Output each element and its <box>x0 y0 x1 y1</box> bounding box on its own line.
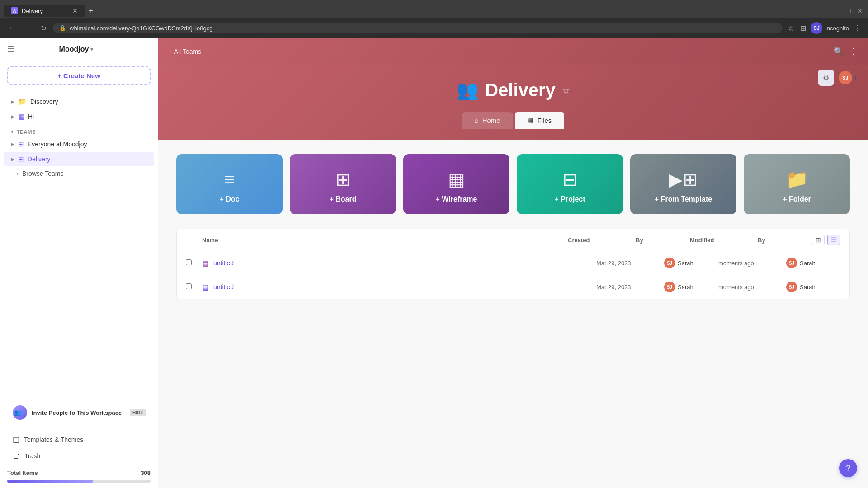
extensions-btn[interactable]: ⊞ <box>798 22 808 34</box>
sidebar-item-hi[interactable]: ▶ ▦ Hi <box>4 109 154 124</box>
sidebar-bottom-links: ◫ Templates & Themes 🗑 Trash <box>0 432 158 464</box>
active-tab[interactable]: W Delivery ✕ <box>4 5 85 17</box>
teams-section-label: ▾ TEAMS <box>0 124 158 136</box>
tab-close-btn[interactable]: ✕ <box>72 7 78 14</box>
row1-modified-by: SJ Sarah <box>786 258 840 268</box>
member-avatar: SJ <box>839 71 852 84</box>
address-bar[interactable]: 🔒 whimsical.com/delivery-Qo1GKCGwdDSm2dX… <box>53 23 782 33</box>
files-top-controls: ⚙ SJ 1 <box>818 70 857 86</box>
bookmark-btn[interactable]: ☆ <box>786 22 796 34</box>
more-options-button[interactable]: ⋮ <box>849 47 857 56</box>
row1-created: Mar 29, 2023 <box>596 260 664 267</box>
incognito-label: Incognito <box>825 25 849 32</box>
window-close[interactable]: ✕ <box>857 7 863 14</box>
row2-name-col: ▦ untitled <box>202 283 596 291</box>
sidebar-header: ☰ Moodjoy ▾ <box>0 38 158 61</box>
files-tab-label: Files <box>538 117 552 124</box>
hero-content: 👥 Delivery ☆ ⚙ SJ 1 ⌂ Home <box>158 65 868 140</box>
invite-button[interactable]: 👥+ Invite People to This Workspace HIDE <box>7 401 151 424</box>
grid-view-btn[interactable]: ⊞ <box>812 235 825 245</box>
row2-avatar: SJ <box>664 282 675 292</box>
browse-teams-label: Browse Teams <box>22 170 64 177</box>
hero-section: ‹ All Teams 🔍 ⋮ 👥 Delivery ☆ ⚙ <box>158 38 868 140</box>
member-count-area: SJ 1 <box>839 71 857 84</box>
browser-tab-bar: W Delivery ✕ + ─ □ ✕ <box>0 0 868 18</box>
sidebar-item-browse-teams[interactable]: ◦ Browse Teams <box>4 167 154 180</box>
delivery-team-icon: ⊞ <box>18 155 24 163</box>
browser-more-btn[interactable]: ⋮ <box>852 22 863 34</box>
row1-author: Sarah <box>678 260 693 267</box>
sidebar: ☰ Moodjoy ▾ + Create New ▶ 📁 Discovery ▶… <box>0 38 158 488</box>
create-new-button[interactable]: + Create New <box>7 66 151 85</box>
star-button[interactable]: ☆ <box>562 85 570 96</box>
view-toggle: ⊞ ☰ <box>812 235 840 245</box>
invite-label: Invite People to This Workspace <box>32 409 122 416</box>
row2-created: Mar 29, 2023 <box>596 284 664 291</box>
trash-label: Trash <box>24 452 40 460</box>
doc-card-icon: ≡ <box>224 169 235 190</box>
template-card-icon: ▶⊞ <box>669 169 698 190</box>
folder-card-icon: 📁 <box>786 169 808 190</box>
home-tab-label: Home <box>482 117 500 124</box>
search-button[interactable]: 🔍 <box>834 47 844 56</box>
trash-icon: 🗑 <box>13 452 20 460</box>
sidebar-item-templates[interactable]: ◫ Templates & Themes <box>7 432 151 447</box>
browser-toolbar: ← → ↻ 🔒 whimsical.com/delivery-Qo1GKCGwd… <box>0 18 868 38</box>
row1-name-col: ▦ untitled <box>202 259 596 267</box>
action-card-board[interactable]: ⊞ + Board <box>290 154 396 214</box>
sidebar-item-trash[interactable]: 🗑 Trash <box>7 448 151 464</box>
project-card-icon: ⊟ <box>562 169 578 190</box>
action-card-wireframe[interactable]: ▦ + Wireframe <box>403 154 509 214</box>
everyone-chevron-icon: ▶ <box>11 141 14 147</box>
discovery-label: Discovery <box>30 98 58 105</box>
total-items-label: Total Items 308 <box>7 469 151 476</box>
list-view-btn[interactable]: ☰ <box>827 235 840 245</box>
row1-modified-author: Sarah <box>800 260 816 267</box>
profile-badge[interactable]: SJ <box>811 22 822 34</box>
tab-favicon: W <box>11 7 18 14</box>
window-minimize[interactable]: ─ <box>844 7 848 14</box>
forward-btn[interactable]: → <box>22 22 34 34</box>
row2-file-icon: ▦ <box>202 283 209 291</box>
settings-button[interactable]: ⚙ <box>818 70 834 86</box>
app: ☰ Moodjoy ▾ + Create New ▶ 📁 Discovery ▶… <box>0 38 868 488</box>
row1-checkbox[interactable] <box>186 259 192 265</box>
sidebar-item-everyone[interactable]: ▶ ⊞ Everyone at Moodjoy <box>4 137 154 151</box>
table-row[interactable]: ▦ untitled Mar 29, 2023 SJ Sarah moments… <box>177 275 849 299</box>
row1-checkbox-col <box>186 259 202 267</box>
sidebar-menu-btn[interactable]: ☰ <box>7 44 14 54</box>
header-by2-col: By <box>758 237 812 244</box>
tab-files[interactable]: ▦ Files <box>515 112 565 129</box>
help-button[interactable]: ? <box>839 459 857 477</box>
action-card-doc[interactable]: ≡ + Doc <box>176 154 283 214</box>
sidebar-nav: ▶ 📁 Discovery ▶ ▦ Hi ▾ TEAMS ▶ ⊞ Everyon… <box>0 90 158 397</box>
row2-modified: moments ago <box>718 284 786 291</box>
new-tab-btn[interactable]: + <box>89 6 94 16</box>
tab-home[interactable]: ⌂ Home <box>462 112 513 129</box>
project-card-label: + Project <box>554 195 585 203</box>
lock-icon: 🔒 <box>59 25 66 31</box>
row2-checkbox[interactable] <box>186 283 192 289</box>
sidebar-item-delivery[interactable]: ▶ ⊞ Delivery <box>4 152 154 166</box>
refresh-btn[interactable]: ↻ <box>38 22 49 34</box>
header-created-col: Created <box>568 237 636 244</box>
header-modified-col: Modified <box>690 237 758 244</box>
row1-by: SJ Sarah <box>664 258 718 268</box>
board-card-label: + Board <box>329 195 356 203</box>
action-card-folder[interactable]: 📁 + Folder <box>744 154 850 214</box>
everyone-label: Everyone at Moodjoy <box>28 141 87 148</box>
member-count-badge: 1 <box>854 75 857 81</box>
row1-avatar: SJ <box>664 258 675 268</box>
all-teams-link[interactable]: ‹ All Teams <box>169 48 201 55</box>
workspace-chevron-icon: ▾ <box>90 46 93 52</box>
sidebar-item-discovery[interactable]: ▶ 📁 Discovery <box>4 94 154 109</box>
window-maximize[interactable]: □ <box>851 7 854 14</box>
files-tab-icon: ▦ <box>528 116 534 124</box>
row2-modified-author: Sarah <box>800 284 816 291</box>
action-card-project[interactable]: ⊟ + Project <box>517 154 623 214</box>
total-items-section: Total Items 308 <box>0 464 158 488</box>
action-card-template[interactable]: ▶⊞ + From Template <box>630 154 736 214</box>
back-btn[interactable]: ← <box>5 22 18 34</box>
table-row[interactable]: ▦ untitled Mar 29, 2023 SJ Sarah moments… <box>177 251 849 275</box>
discovery-folder-icon: 📁 <box>18 98 27 106</box>
